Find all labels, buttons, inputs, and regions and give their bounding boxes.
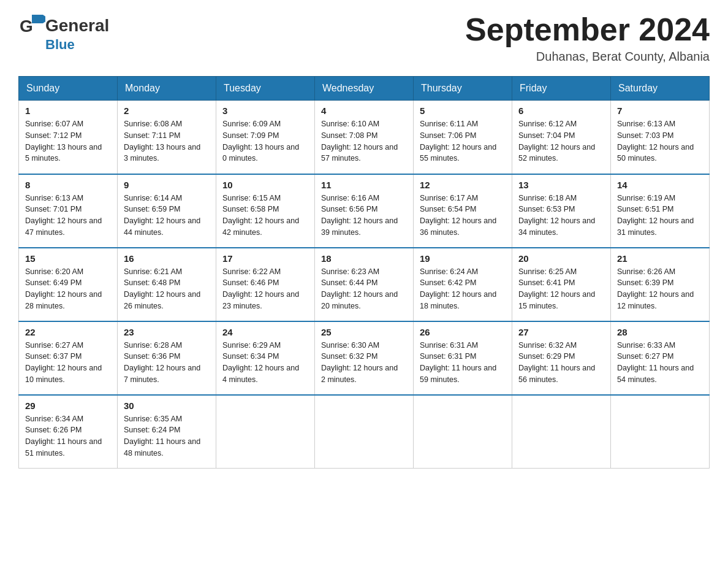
day-info: Sunrise: 6:33 AM Sunset: 6:27 PM Dayligh… <box>617 340 703 386</box>
table-row: 25 Sunrise: 6:30 AM Sunset: 6:32 PM Dayl… <box>315 321 414 395</box>
title-area: September 2024 Duhanas, Berat County, Al… <box>465 12 710 64</box>
day-number: 27 <box>518 327 604 337</box>
table-row <box>611 395 710 469</box>
day-number: 9 <box>124 180 210 190</box>
table-row: 29 Sunrise: 6:34 AM Sunset: 6:26 PM Dayl… <box>19 395 118 469</box>
table-row <box>512 395 611 469</box>
table-row: 15 Sunrise: 6:20 AM Sunset: 6:49 PM Dayl… <box>19 248 118 321</box>
day-number: 24 <box>222 327 308 337</box>
table-row: 16 Sunrise: 6:21 AM Sunset: 6:48 PM Dayl… <box>118 248 216 321</box>
day-number: 1 <box>25 105 111 116</box>
day-number: 12 <box>420 180 506 190</box>
day-number: 3 <box>222 105 308 116</box>
day-info: Sunrise: 6:28 AM Sunset: 6:36 PM Dayligh… <box>124 340 210 386</box>
col-thursday: Thursday <box>414 77 512 101</box>
day-info: Sunrise: 6:25 AM Sunset: 6:41 PM Dayligh… <box>518 266 604 312</box>
day-info: Sunrise: 6:26 AM Sunset: 6:39 PM Dayligh… <box>617 266 703 312</box>
day-number: 14 <box>617 180 703 190</box>
page-subtitle: Duhanas, Berat County, Albania <box>465 50 710 64</box>
day-info: Sunrise: 6:11 AM Sunset: 7:06 PM Dayligh… <box>420 118 506 164</box>
day-number: 22 <box>25 327 111 337</box>
svg-marker-1 <box>32 15 43 23</box>
day-number: 13 <box>518 180 604 190</box>
day-info: Sunrise: 6:13 AM Sunset: 7:01 PM Dayligh… <box>25 193 111 239</box>
day-number: 25 <box>321 327 407 337</box>
day-info: Sunrise: 6:12 AM Sunset: 7:04 PM Dayligh… <box>518 118 604 164</box>
day-number: 16 <box>124 253 210 264</box>
day-number: 30 <box>124 400 210 411</box>
calendar-table: Sunday Monday Tuesday Wednesday Thursday… <box>18 76 710 469</box>
day-number: 28 <box>617 327 703 337</box>
day-info: Sunrise: 6:16 AM Sunset: 6:56 PM Dayligh… <box>321 193 407 239</box>
day-number: 18 <box>321 253 407 264</box>
table-row: 6 Sunrise: 6:12 AM Sunset: 7:04 PM Dayli… <box>512 101 611 174</box>
table-row: 26 Sunrise: 6:31 AM Sunset: 6:31 PM Dayl… <box>414 321 512 395</box>
day-number: 29 <box>25 400 111 411</box>
day-number: 2 <box>124 105 210 116</box>
day-number: 11 <box>321 180 407 190</box>
day-info: Sunrise: 6:07 AM Sunset: 7:12 PM Dayligh… <box>25 118 111 164</box>
logo: G General Blue <box>18 12 109 53</box>
col-saturday: Saturday <box>611 77 710 101</box>
calendar-week-3: 15 Sunrise: 6:20 AM Sunset: 6:49 PM Dayl… <box>19 248 710 321</box>
day-info: Sunrise: 6:23 AM Sunset: 6:44 PM Dayligh… <box>321 266 407 312</box>
day-info: Sunrise: 6:15 AM Sunset: 6:58 PM Dayligh… <box>222 193 308 239</box>
day-number: 10 <box>222 180 308 190</box>
day-info: Sunrise: 6:29 AM Sunset: 6:34 PM Dayligh… <box>222 340 308 386</box>
day-info: Sunrise: 6:20 AM Sunset: 6:49 PM Dayligh… <box>25 266 111 312</box>
day-number: 7 <box>617 105 703 116</box>
col-friday: Friday <box>512 77 611 101</box>
table-row: 30 Sunrise: 6:35 AM Sunset: 6:24 PM Dayl… <box>118 395 216 469</box>
table-row: 28 Sunrise: 6:33 AM Sunset: 6:27 PM Dayl… <box>611 321 710 395</box>
table-row: 21 Sunrise: 6:26 AM Sunset: 6:39 PM Dayl… <box>611 248 710 321</box>
table-row <box>315 395 414 469</box>
table-row: 18 Sunrise: 6:23 AM Sunset: 6:44 PM Dayl… <box>315 248 414 321</box>
logo-blue-text: Blue <box>45 37 75 52</box>
table-row: 23 Sunrise: 6:28 AM Sunset: 6:36 PM Dayl… <box>118 321 216 395</box>
day-info: Sunrise: 6:10 AM Sunset: 7:08 PM Dayligh… <box>321 118 407 164</box>
day-number: 17 <box>222 253 308 264</box>
calendar-week-5: 29 Sunrise: 6:34 AM Sunset: 6:26 PM Dayl… <box>19 395 710 469</box>
day-info: Sunrise: 6:19 AM Sunset: 6:51 PM Dayligh… <box>617 193 703 239</box>
day-number: 8 <box>25 180 111 190</box>
day-number: 19 <box>420 253 506 264</box>
table-row: 4 Sunrise: 6:10 AM Sunset: 7:08 PM Dayli… <box>315 101 414 174</box>
svg-text:G: G <box>20 17 33 36</box>
table-row: 20 Sunrise: 6:25 AM Sunset: 6:41 PM Dayl… <box>512 248 611 321</box>
table-row: 14 Sunrise: 6:19 AM Sunset: 6:51 PM Dayl… <box>611 174 710 248</box>
day-number: 15 <box>25 253 111 264</box>
table-row: 22 Sunrise: 6:27 AM Sunset: 6:37 PM Dayl… <box>19 321 118 395</box>
col-wednesday: Wednesday <box>315 77 414 101</box>
table-row: 13 Sunrise: 6:18 AM Sunset: 6:53 PM Dayl… <box>512 174 611 248</box>
col-sunday: Sunday <box>19 77 118 101</box>
day-info: Sunrise: 6:34 AM Sunset: 6:26 PM Dayligh… <box>25 413 111 459</box>
table-row: 24 Sunrise: 6:29 AM Sunset: 6:34 PM Dayl… <box>216 321 315 395</box>
table-row: 10 Sunrise: 6:15 AM Sunset: 6:58 PM Dayl… <box>216 174 315 248</box>
day-info: Sunrise: 6:24 AM Sunset: 6:42 PM Dayligh… <box>420 266 506 312</box>
page-title: September 2024 <box>465 12 710 47</box>
table-row <box>414 395 512 469</box>
col-monday: Monday <box>118 77 216 101</box>
day-info: Sunrise: 6:30 AM Sunset: 6:32 PM Dayligh… <box>321 340 407 386</box>
calendar-header-row: Sunday Monday Tuesday Wednesday Thursday… <box>19 77 710 101</box>
table-row: 2 Sunrise: 6:08 AM Sunset: 7:11 PM Dayli… <box>118 101 216 174</box>
table-row: 3 Sunrise: 6:09 AM Sunset: 7:09 PM Dayli… <box>216 101 315 174</box>
table-row <box>216 395 315 469</box>
day-info: Sunrise: 6:32 AM Sunset: 6:29 PM Dayligh… <box>518 340 604 386</box>
day-info: Sunrise: 6:17 AM Sunset: 6:54 PM Dayligh… <box>420 193 506 239</box>
logo-icon: G <box>18 12 45 39</box>
table-row: 1 Sunrise: 6:07 AM Sunset: 7:12 PM Dayli… <box>19 101 118 174</box>
calendar-week-4: 22 Sunrise: 6:27 AM Sunset: 6:37 PM Dayl… <box>19 321 710 395</box>
day-number: 5 <box>420 105 506 116</box>
day-info: Sunrise: 6:21 AM Sunset: 6:48 PM Dayligh… <box>124 266 210 312</box>
day-number: 20 <box>518 253 604 264</box>
day-info: Sunrise: 6:18 AM Sunset: 6:53 PM Dayligh… <box>518 193 604 239</box>
logo-general-text: General <box>45 16 109 36</box>
day-number: 21 <box>617 253 703 264</box>
day-number: 26 <box>420 327 506 337</box>
day-number: 4 <box>321 105 407 116</box>
table-row: 7 Sunrise: 6:13 AM Sunset: 7:03 PM Dayli… <box>611 101 710 174</box>
table-row: 8 Sunrise: 6:13 AM Sunset: 7:01 PM Dayli… <box>19 174 118 248</box>
table-row: 12 Sunrise: 6:17 AM Sunset: 6:54 PM Dayl… <box>414 174 512 248</box>
table-row: 5 Sunrise: 6:11 AM Sunset: 7:06 PM Dayli… <box>414 101 512 174</box>
